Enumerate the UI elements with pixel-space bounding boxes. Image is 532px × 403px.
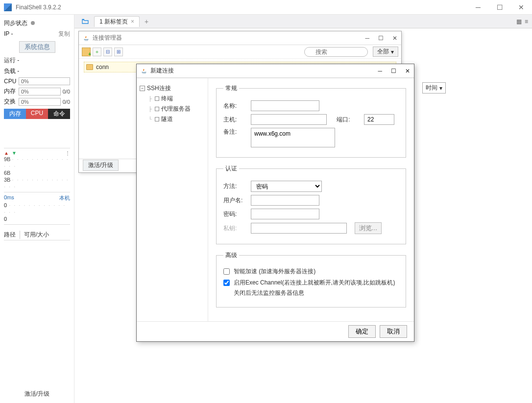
time-dropdown[interactable]: 时间▾ (422, 82, 446, 94)
leaf-icon (155, 107, 159, 111)
ping-row: 0ms本机 (4, 194, 70, 202)
load-row: 负载 - (4, 67, 70, 75)
name-input[interactable] (251, 100, 319, 111)
dlg-footer: 确定 取消 (137, 322, 414, 341)
maximize-button[interactable]: ☐ (493, 2, 507, 12)
cpu-row: CPU 0% (4, 77, 70, 85)
chevron-down-icon: ▾ (391, 48, 394, 55)
new-tab-button[interactable]: + (145, 18, 148, 25)
exec-note: 关闭后无法监控服务器信息 (234, 289, 395, 297)
remark-label: 备注: (223, 128, 246, 136)
tree-ssh-root[interactable]: − SSH连接 (140, 83, 205, 94)
new-folder-icon[interactable]: + (82, 47, 91, 56)
advanced-fieldset: 高级 智能加速 (加速海外服务器连接) 启用Exec Channel(若连接上就… (216, 251, 406, 308)
sidebar: 同步状态 IP - 复制 系统信息 运行 - 负载 - CPU 0% 内存 0%… (0, 15, 74, 403)
new-connection-dialog: 新建连接 ─ ☐ ✕ − SSH连接 ├ 终端 ├ 代理服务器 └ 隧道 (136, 64, 414, 342)
dlg-maximize-button[interactable]: ☐ (391, 68, 396, 74)
conn-titlebar: 连接管理器 ─ ☐ ✕ (79, 31, 401, 45)
net-stats: 9B · · · · · · · · · · · · · · · 6B 3B ·… (4, 156, 70, 192)
dlg-form: 常规 名称: 主机: 端口: 备注: www.x6g.com 认证 (208, 78, 414, 321)
advanced-legend: 高级 (223, 251, 239, 260)
port-input[interactable] (364, 114, 394, 125)
host-input[interactable] (251, 114, 327, 125)
user-label: 用户名: (223, 196, 246, 205)
tree-tunnel[interactable]: └ 隧道 (148, 114, 205, 124)
dlg-minimize-button[interactable]: ─ (378, 68, 382, 74)
sync-status-row: 同步状态 (4, 19, 70, 27)
mini-tabs: 内存 CPU 命令 (4, 109, 70, 119)
tree-terminal[interactable]: ├ 终端 (148, 94, 205, 104)
all-filter-button[interactable]: 全部 ▾ (373, 47, 398, 57)
tree-proxy[interactable]: ├ 代理服务器 (148, 104, 205, 114)
remark-input[interactable]: www.x6g.com (251, 128, 335, 147)
dlg-close-button[interactable]: ✕ (405, 68, 410, 74)
browse-button[interactable]: 浏览... (355, 222, 382, 234)
tab-close-icon[interactable]: × (131, 18, 134, 25)
connection-type-tree: − SSH连接 ├ 终端 ├ 代理服务器 └ 隧道 (137, 78, 208, 321)
folder-icon (86, 64, 93, 70)
swap-row: 交换 0% 0/0 (4, 97, 70, 106)
conn-close-button[interactable]: ✕ (392, 35, 397, 42)
general-legend: 常规 (223, 84, 239, 93)
folder-open-icon[interactable] (79, 17, 91, 26)
method-label: 方法: (223, 182, 246, 190)
ping-stats: 0· · · · · · · · · · · · · · · 0 (4, 202, 70, 225)
dlg-title: 新建连接 (150, 67, 378, 75)
search-input[interactable] (304, 47, 368, 57)
leaf-icon (155, 96, 159, 101)
conn-toolbar: + ＋ ⊟ ⊞ 🔍 全部 ▾ (79, 45, 401, 59)
activate-upgrade-link[interactable]: 激活/升级 (4, 388, 70, 400)
collapse-toggle-icon[interactable]: − (140, 86, 145, 91)
close-button[interactable]: ✕ (514, 2, 528, 12)
cancel-button[interactable]: 取消 (380, 325, 407, 338)
activate-upgrade-button[interactable]: 激活/升级 (83, 160, 119, 171)
grid-view-icon[interactable]: ▦ (516, 18, 522, 25)
privatekey-input[interactable] (251, 223, 347, 234)
tab-new-page[interactable]: 1 新标签页 × (94, 16, 140, 27)
ok-button[interactable]: 确定 (348, 325, 376, 338)
list-view-icon[interactable]: ≡ (525, 18, 528, 25)
port-label: 端口: (337, 116, 359, 124)
java-icon (141, 68, 147, 74)
memory-value: 0% (19, 88, 61, 95)
auth-fieldset: 认证 方法: 密码 用户名: 密码: 私钥: (216, 165, 406, 244)
memory-row: 内存 0% 0/0 (4, 87, 70, 95)
accel-label: 智能加速 (加速海外服务器连接) (234, 267, 315, 276)
expand-icon[interactable]: ⊞ (114, 47, 123, 56)
method-select[interactable]: 密码 (251, 181, 322, 192)
tab-command[interactable]: 命令 (48, 109, 70, 119)
tab-memory[interactable]: 内存 (4, 109, 26, 119)
privatekey-label: 私钥: (223, 224, 246, 233)
password-label: 密码: (223, 210, 246, 218)
host-label: 主机: (223, 116, 246, 124)
chart-placeholder (4, 119, 70, 148)
path-columns: 路径 可用/大小 (4, 231, 70, 240)
download-arrow-icon: ▼ (12, 150, 17, 156)
main-titlebar: FinalShell 3.9.2.2 ─ ☐ ✕ (0, 0, 532, 15)
exec-label: 启用Exec Channel(若连接上就被断开,请关闭该项,比如跳板机) (234, 279, 395, 287)
java-icon (83, 35, 90, 42)
conn-title: 连接管理器 (93, 34, 365, 42)
new-item-icon[interactable]: ＋ (93, 47, 101, 56)
conn-maximize-button[interactable]: ☐ (378, 35, 384, 42)
collapse-icon[interactable]: ⊟ (103, 47, 112, 56)
upload-arrow-icon: ▲ (4, 150, 9, 156)
tab-cpu[interactable]: CPU (26, 109, 48, 119)
copy-link[interactable]: 复制 (58, 30, 70, 38)
chevron-down-icon: ▾ (439, 85, 442, 92)
sync-dot-icon (31, 21, 35, 25)
cpu-value: 0% (19, 77, 70, 85)
auth-legend: 认证 (223, 165, 239, 173)
net-arrows: ▲ ▼ ⋮ (4, 150, 70, 156)
minimize-button[interactable]: ─ (471, 2, 485, 12)
user-input[interactable] (251, 195, 319, 206)
password-input[interactable] (251, 209, 319, 219)
swap-value: 0% (19, 98, 61, 106)
ip-row: IP - 复制 (4, 29, 70, 38)
exec-channel-checkbox[interactable] (223, 280, 230, 286)
app-title: FinalShell 3.9.2.2 (16, 4, 471, 11)
accel-checkbox[interactable] (223, 268, 230, 275)
dlg-titlebar: 新建连接 ─ ☐ ✕ (137, 64, 414, 78)
system-info-button[interactable]: 系统信息 (19, 41, 55, 53)
conn-minimize-button[interactable]: ─ (365, 35, 369, 42)
